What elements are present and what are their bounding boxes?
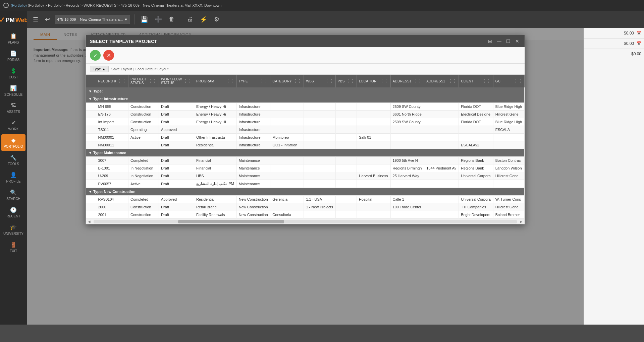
col-pbs[interactable]: PBS ⋮⋮ [335,75,357,87]
wf-status-cell: Draft [159,203,194,211]
sidebar-item-recent-label: RECENT [6,214,20,218]
record-num-cell: RVS0104 [96,196,128,203]
col-wf-status[interactable]: WORKFLOWSTATUS ⋮⋮ [159,75,194,87]
more-btn[interactable]: ⚙ [212,14,221,24]
address1-cell: 2509 SW County [390,103,424,111]
sidebar-item-schedule[interactable]: 📊 SCHEDULE [1,82,25,99]
table-row[interactable]: EN-176 Construction Draft Energy / Heavy… [86,111,525,118]
sidebar-item-search[interactable]: 🔍 SEARCH [1,187,25,203]
table-row[interactable]: PV0057 Active Draft مكتب إدارة المشاريع … [86,180,525,188]
type-filter-chip[interactable]: Type ▲ [90,66,109,72]
modal-minimize-btn[interactable]: — [495,38,503,45]
modal-cancel-btn[interactable]: ✕ [103,50,114,61]
lightning-btn[interactable]: ⚡ [198,14,209,24]
col-gc[interactable]: GC ⋮⋮ [493,75,524,87]
col-location[interactable]: LOCATION ⋮⋮ [357,75,390,87]
group-header-label: ▼Type: New Construction [86,188,525,196]
modal-close-btn[interactable]: ✕ [514,38,521,45]
save-btn[interactable]: 💾 [139,14,150,24]
modal-confirm-btn[interactable]: ✓ [90,50,101,61]
table-row[interactable]: 2001 Construction Draft Facility Renewal… [86,211,525,219]
portfolio-link[interactable]: (Portfolio) [11,3,27,7]
modal-restore-btn[interactable]: ⊟ [487,38,493,45]
table-row[interactable]: TS011 Operating Approved Infrastructure … [86,126,525,134]
calendar-icon-1[interactable]: 📅 [637,31,641,36]
category-cell [270,103,304,111]
sidebar-item-forms-label: FORMS [7,58,19,62]
row-expander-cell [86,180,96,188]
record-selector[interactable]: 475-16-009 – New Cinema Theaters a... ▼ [55,15,130,24]
col-program[interactable]: PROGRAM ⋮⋮ [194,75,236,87]
record-num-cell: 2001 [96,211,128,219]
add-btn[interactable]: ➕ [153,14,164,24]
col-address1[interactable]: ADDRESS1 ⋮⋮ [390,75,424,87]
table-row[interactable]: MH-955 Construction Draft Energy / Heavy… [86,103,525,111]
sidebar-item-forms[interactable]: 📄 FORMS [1,48,25,64]
delete-btn[interactable]: 🗑 [167,14,177,24]
record-num-cell: NM00001 [96,134,128,141]
calendar-icon-2[interactable]: 📅 [637,41,641,46]
group-collapse-btn[interactable]: ▼ [89,97,92,101]
client-cell [459,126,493,134]
col-address2[interactable]: ADDRESS2 ⋮⋮ [424,75,459,87]
sidebar-item-profile[interactable]: 👤 PROFILE [1,169,25,186]
program-cell: Retail Brand [194,203,236,211]
sidebar-item-exit[interactable]: 🚪 EXIT [1,239,25,256]
location-cell [357,164,390,172]
col-client[interactable]: CLIENT ⋮⋮ [459,75,493,87]
sidebar-item-plans[interactable]: 📋 PLANS [1,30,25,47]
gc-cell: W. Turner Cons [493,196,524,203]
menu-btn[interactable]: ☰ [31,14,40,24]
category-cell [270,126,304,134]
horizontal-scrollbar[interactable] [94,220,517,223]
sidebar-item-university[interactable]: 🎓 UNIVERSITY [1,221,25,238]
sidebar: ✓ PM Web 📋 PLANS 📄 FORMS 💲 COST 📊 SCHEDU… [0,11,27,325]
group-type-label: ▼Type: [86,87,525,95]
template-project-table-container[interactable]: RECORD # ⋮⋮ PROJECTSTATUS ⋮⋮ [86,75,525,219]
modal-footer-scrollbar: ◀ ▶ [86,219,525,224]
save-layout-link[interactable]: Save Layout [111,67,132,71]
group-collapse-btn[interactable]: ▼ [89,190,92,194]
scroll-left-btn[interactable]: ◀ [86,220,93,223]
table-row[interactable]: NM00011 Draft Residential Infrastructure… [86,141,525,149]
drag-handle-icon: ⋮⋮ [325,79,333,83]
sidebar-item-portfolio[interactable]: ◆ PORTFOLIO [1,134,25,151]
scroll-right-btn[interactable]: ▶ [518,220,525,223]
main-layout: ✓ PM Web 📋 PLANS 📄 FORMS 💲 COST 📊 SCHEDU… [0,11,644,325]
sidebar-item-work[interactable]: ✔ WORK [1,117,25,134]
sidebar-item-cost[interactable]: 💲 COST [1,65,25,82]
group-collapse-btn[interactable]: ▼ [89,89,92,93]
col-proj-status[interactable]: PROJECTSTATUS ⋮⋮ [128,75,159,87]
undo-btn[interactable]: ↩ [43,14,52,24]
sidebar-item-assets[interactable]: 🏗 ASSETS [1,100,25,116]
address1-cell [390,141,424,149]
table-row[interactable]: B-1001 In Negotiation Draft Financial Ma… [86,164,525,172]
pbs-cell [335,134,357,141]
col-record[interactable]: RECORD # ⋮⋮ [96,75,128,87]
print-btn[interactable]: 🖨 [185,14,195,24]
app-logo: ✓ PM Web [2,13,25,27]
sidebar-item-recent[interactable]: 🕐 RECENT [1,204,25,221]
template-project-table: RECORD # ⋮⋮ PROJECTSTATUS ⋮⋮ [86,75,525,219]
table-row[interactable]: Int Import Construction Draft Energy / H… [86,118,525,126]
sidebar-item-tools[interactable]: 🔧 TOOLS [1,152,25,168]
category-cell [270,172,304,180]
modal-maximize-btn[interactable]: ☐ [505,38,512,45]
type-cell: New Construction [236,203,270,211]
table-row[interactable]: U-209 In Negotiation Draft HBS Maintenan… [86,172,525,180]
table-row[interactable]: 2000 Construction Draft Retail Brand New… [86,203,525,211]
table-row[interactable]: RVS0104 Completed Approved Residential N… [86,196,525,203]
amount-1: $0.00 [624,31,634,36]
info-icon[interactable]: i [3,3,9,8]
col-type[interactable]: TYPE ⋮⋮ [236,75,270,87]
load-default-layout-link[interactable]: Load Default Layout [136,67,168,71]
work-icon: ✔ [11,120,16,126]
address1-cell [390,211,424,219]
table-row[interactable]: 3007 Completed Draft Financial Maintenan… [86,157,525,164]
table-row[interactable]: NM00001 Active Draft Other Infrastructu … [86,134,525,141]
group-collapse-btn[interactable]: ▼ [89,151,92,155]
col-wbs[interactable]: WBS ⋮⋮ [304,75,335,87]
modal-filter-bar: Type ▲ Save Layout | Load Default Layout [86,64,525,75]
col-category[interactable]: CATEGORY ⋮⋮ [270,75,304,87]
type-cell: New Construction [236,211,270,219]
